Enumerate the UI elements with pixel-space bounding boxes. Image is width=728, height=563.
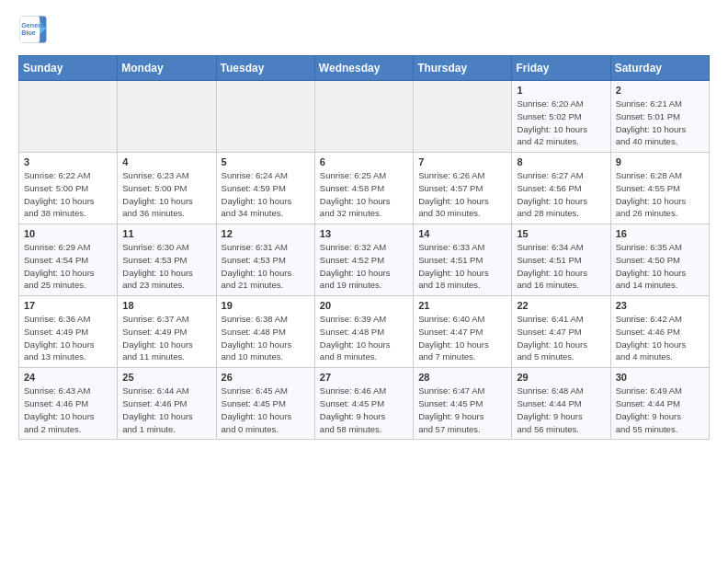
day-number: 28 <box>418 372 506 383</box>
day-cell: 17Sunrise: 6:36 AM Sunset: 4:49 PM Dayli… <box>19 296 118 368</box>
day-header-saturday: Saturday <box>610 56 709 81</box>
day-number: 2 <box>616 85 704 96</box>
calendar-header: SundayMondayTuesdayWednesdayThursdayFrid… <box>19 56 710 81</box>
week-row-3: 10Sunrise: 6:29 AM Sunset: 4:54 PM Dayli… <box>19 224 710 296</box>
day-cell <box>414 81 512 153</box>
day-cell: 21Sunrise: 6:40 AM Sunset: 4:47 PM Dayli… <box>414 296 512 368</box>
day-number: 11 <box>122 228 210 239</box>
week-row-4: 17Sunrise: 6:36 AM Sunset: 4:49 PM Dayli… <box>19 296 710 368</box>
day-info: Sunrise: 6:48 AM Sunset: 4:44 PM Dayligh… <box>517 385 605 435</box>
day-info: Sunrise: 6:29 AM Sunset: 4:54 PM Dayligh… <box>24 241 112 292</box>
week-row-2: 3Sunrise: 6:22 AM Sunset: 5:00 PM Daylig… <box>19 153 710 224</box>
day-cell: 16Sunrise: 6:35 AM Sunset: 4:50 PM Dayli… <box>610 224 709 296</box>
calendar-table: SundayMondayTuesdayWednesdayThursdayFrid… <box>18 55 710 440</box>
day-cell: 10Sunrise: 6:29 AM Sunset: 4:54 PM Dayli… <box>19 224 118 296</box>
day-cell <box>314 81 413 153</box>
day-info: Sunrise: 6:27 AM Sunset: 4:56 PM Dayligh… <box>517 169 605 220</box>
day-number: 21 <box>418 300 506 311</box>
day-info: Sunrise: 6:36 AM Sunset: 4:49 PM Dayligh… <box>24 313 112 363</box>
day-info: Sunrise: 6:42 AM Sunset: 4:46 PM Dayligh… <box>616 313 704 363</box>
day-header-wednesday: Wednesday <box>314 56 413 81</box>
day-number: 29 <box>517 372 605 383</box>
week-row-1: 1Sunrise: 6:20 AM Sunset: 5:02 PM Daylig… <box>19 81 710 153</box>
day-info: Sunrise: 6:22 AM Sunset: 5:00 PM Dayligh… <box>24 169 112 220</box>
day-info: Sunrise: 6:25 AM Sunset: 4:58 PM Dayligh… <box>320 169 408 220</box>
day-cell: 9Sunrise: 6:28 AM Sunset: 4:55 PM Daylig… <box>610 153 709 224</box>
day-cell: 27Sunrise: 6:46 AM Sunset: 4:45 PM Dayli… <box>314 368 413 440</box>
day-info: Sunrise: 6:38 AM Sunset: 4:48 PM Dayligh… <box>222 313 310 363</box>
day-cell: 5Sunrise: 6:24 AM Sunset: 4:59 PM Daylig… <box>216 153 314 224</box>
day-info: Sunrise: 6:26 AM Sunset: 4:57 PM Dayligh… <box>418 169 506 220</box>
day-number: 10 <box>24 228 112 239</box>
day-number: 23 <box>616 300 704 311</box>
day-cell: 22Sunrise: 6:41 AM Sunset: 4:47 PM Dayli… <box>512 296 610 368</box>
logo: General Blue <box>18 15 48 44</box>
day-header-sunday: Sunday <box>19 56 118 81</box>
day-cell: 26Sunrise: 6:45 AM Sunset: 4:45 PM Dayli… <box>216 368 314 440</box>
day-info: Sunrise: 6:47 AM Sunset: 4:45 PM Dayligh… <box>418 385 506 435</box>
day-info: Sunrise: 6:28 AM Sunset: 4:55 PM Dayligh… <box>616 169 704 220</box>
day-cell: 19Sunrise: 6:38 AM Sunset: 4:48 PM Dayli… <box>216 296 314 368</box>
day-number: 20 <box>320 300 408 311</box>
day-info: Sunrise: 6:49 AM Sunset: 4:44 PM Dayligh… <box>616 385 704 435</box>
page-container: General Blue SundayMondayTuesdayWednesda… <box>0 0 728 454</box>
day-cell: 15Sunrise: 6:34 AM Sunset: 4:51 PM Dayli… <box>512 224 610 296</box>
day-info: Sunrise: 6:21 AM Sunset: 5:01 PM Dayligh… <box>616 98 704 148</box>
day-number: 14 <box>418 228 506 239</box>
logo-icon: General Blue <box>18 15 48 44</box>
day-cell: 6Sunrise: 6:25 AM Sunset: 4:58 PM Daylig… <box>314 153 413 224</box>
day-cell: 4Sunrise: 6:23 AM Sunset: 5:00 PM Daylig… <box>118 153 216 224</box>
day-cell: 14Sunrise: 6:33 AM Sunset: 4:51 PM Dayli… <box>414 224 512 296</box>
day-number: 25 <box>122 372 210 383</box>
day-cell: 20Sunrise: 6:39 AM Sunset: 4:48 PM Dayli… <box>314 296 413 368</box>
day-number: 9 <box>616 156 704 167</box>
day-info: Sunrise: 6:24 AM Sunset: 4:59 PM Dayligh… <box>222 169 310 220</box>
day-cell: 23Sunrise: 6:42 AM Sunset: 4:46 PM Dayli… <box>610 296 709 368</box>
day-cell: 11Sunrise: 6:30 AM Sunset: 4:53 PM Dayli… <box>118 224 216 296</box>
day-header-tuesday: Tuesday <box>216 56 314 81</box>
day-info: Sunrise: 6:35 AM Sunset: 4:50 PM Dayligh… <box>616 241 704 292</box>
week-row-5: 24Sunrise: 6:43 AM Sunset: 4:46 PM Dayli… <box>19 368 710 440</box>
day-info: Sunrise: 6:44 AM Sunset: 4:46 PM Dayligh… <box>122 385 210 435</box>
header: General Blue <box>18 15 710 44</box>
day-info: Sunrise: 6:41 AM Sunset: 4:47 PM Dayligh… <box>517 313 605 363</box>
day-info: Sunrise: 6:20 AM Sunset: 5:02 PM Dayligh… <box>517 98 605 148</box>
day-cell: 2Sunrise: 6:21 AM Sunset: 5:01 PM Daylig… <box>610 81 709 153</box>
day-info: Sunrise: 6:32 AM Sunset: 4:52 PM Dayligh… <box>320 241 408 292</box>
day-info: Sunrise: 6:33 AM Sunset: 4:51 PM Dayligh… <box>418 241 506 292</box>
day-number: 1 <box>517 85 605 96</box>
day-info: Sunrise: 6:43 AM Sunset: 4:46 PM Dayligh… <box>24 385 112 435</box>
day-number: 12 <box>222 228 310 239</box>
day-info: Sunrise: 6:39 AM Sunset: 4:48 PM Dayligh… <box>320 313 408 363</box>
day-number: 15 <box>517 228 605 239</box>
day-number: 22 <box>517 300 605 311</box>
day-cell: 1Sunrise: 6:20 AM Sunset: 5:02 PM Daylig… <box>512 81 610 153</box>
day-info: Sunrise: 6:30 AM Sunset: 4:53 PM Dayligh… <box>122 241 210 292</box>
day-cell: 13Sunrise: 6:32 AM Sunset: 4:52 PM Dayli… <box>314 224 413 296</box>
day-number: 26 <box>222 372 310 383</box>
day-header-thursday: Thursday <box>414 56 512 81</box>
day-number: 3 <box>24 156 112 167</box>
day-number: 19 <box>222 300 310 311</box>
day-number: 30 <box>616 372 704 383</box>
day-number: 6 <box>320 156 408 167</box>
calendar-body: 1Sunrise: 6:20 AM Sunset: 5:02 PM Daylig… <box>19 81 710 440</box>
day-info: Sunrise: 6:46 AM Sunset: 4:45 PM Dayligh… <box>320 385 408 435</box>
day-cell: 7Sunrise: 6:26 AM Sunset: 4:57 PM Daylig… <box>414 153 512 224</box>
day-number: 18 <box>122 300 210 311</box>
day-info: Sunrise: 6:34 AM Sunset: 4:51 PM Dayligh… <box>517 241 605 292</box>
day-info: Sunrise: 6:31 AM Sunset: 4:53 PM Dayligh… <box>222 241 310 292</box>
day-info: Sunrise: 6:37 AM Sunset: 4:49 PM Dayligh… <box>122 313 210 363</box>
day-number: 4 <box>122 156 210 167</box>
day-info: Sunrise: 6:40 AM Sunset: 4:47 PM Dayligh… <box>418 313 506 363</box>
day-number: 17 <box>24 300 112 311</box>
day-cell: 29Sunrise: 6:48 AM Sunset: 4:44 PM Dayli… <box>512 368 610 440</box>
svg-text:Blue: Blue <box>21 29 36 37</box>
day-number: 16 <box>616 228 704 239</box>
day-info: Sunrise: 6:45 AM Sunset: 4:45 PM Dayligh… <box>222 385 310 435</box>
svg-text:General: General <box>21 21 46 29</box>
day-header-friday: Friday <box>512 56 610 81</box>
day-cell: 24Sunrise: 6:43 AM Sunset: 4:46 PM Dayli… <box>19 368 118 440</box>
day-number: 5 <box>222 156 310 167</box>
day-cell: 30Sunrise: 6:49 AM Sunset: 4:44 PM Dayli… <box>610 368 709 440</box>
